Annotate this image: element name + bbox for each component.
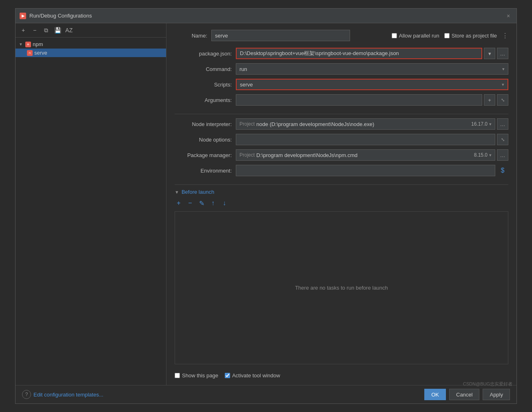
environment-dollar-btn[interactable]: $ [497,165,508,176]
name-label: Name: [175,33,207,39]
tree-item-serve[interactable]: n serve [16,49,166,57]
node-interpreter-prefix: Project [239,121,255,127]
environment-label: Environment: [175,168,232,174]
scripts-dropdown[interactable]: serve ▾ [236,79,508,90]
name-input[interactable] [211,30,350,41]
before-launch-up-btn[interactable]: ↑ [209,199,217,207]
sidebar-toolbar: + − ⧉ 💾 AZ [16,23,166,38]
scripts-row: Scripts: serve ▾ [175,79,508,90]
package-json-input[interactable] [236,48,482,59]
arguments-add-btn[interactable]: + [484,94,495,106]
package-manager-field: Project D:\program development\NodeJs\np… [236,149,495,161]
node-interpreter-browse-btn[interactable]: … [497,118,508,130]
name-row: Name: Allow parallel run Store as projec… [175,30,508,41]
arguments-row: Arguments: + ⤡ [175,94,508,106]
activate-tool-window-checkbox[interactable] [225,373,230,378]
node-options-row: Node options: ⤡ [175,134,508,145]
app-icon: ▶ [20,13,26,19]
node-options-input[interactable] [236,134,495,145]
title-bar: ▶ Run/Debug Configurations × [16,9,516,23]
tree-group-header-npm[interactable]: ▼ n npm [16,40,166,49]
before-launch-add-btn[interactable]: + [175,199,183,207]
content-area: + − ⧉ 💾 AZ ▼ n npm n serve [16,23,516,385]
before-launch-title: Before launch [182,189,214,195]
store-as-project-checkbox[interactable] [444,33,450,38]
node-interpreter-version: 16.17.0 [471,121,488,127]
package-manager-path: D:\program development\NodeJs\npm.cmd [256,152,357,158]
show-page-label: Show this page [182,372,218,379]
run-debug-dialog: ▶ Run/Debug Configurations × + − ⧉ 💾 AZ … [15,8,517,404]
watermark: CSDN@BUG忠实爱好者 [463,381,512,387]
npm-group-icon: n [25,42,31,47]
node-interpreter-label: Node interpreter: [175,121,232,127]
command-label: Command: [175,66,232,72]
package-json-browse-btn[interactable]: … [497,48,508,59]
remove-config-button[interactable]: − [30,26,39,35]
arguments-input[interactable] [236,94,482,106]
store-as-project-label: Store as project file [452,33,497,39]
package-manager-label: Package manager: [175,152,232,158]
scripts-dropdown-arrow: ▾ [502,82,504,87]
copy-config-button[interactable]: ⧉ [42,26,51,35]
package-json-label: package.json: [175,51,232,57]
allow-parallel-label: Allow parallel run [399,33,439,39]
environment-row: Environment: $ [175,165,508,176]
tree-group-label: npm [33,41,43,47]
before-launch-remove-btn[interactable]: − [186,199,194,207]
more-options-button[interactable]: ⋮ [502,32,508,40]
environment-input[interactable] [236,165,495,176]
package-manager-version: 8.15.0 [474,152,488,158]
separator-1 [175,114,508,114]
command-value: run [239,66,247,72]
show-page-checkbox[interactable] [175,373,180,378]
tree-item-label: serve [34,50,47,56]
command-dropdown-arrow: ▾ [502,66,505,72]
tree-arrow-icon: ▼ [19,42,24,47]
sort-config-button[interactable]: AZ [64,26,73,35]
save-config-button[interactable]: 💾 [53,26,62,35]
close-button[interactable]: × [504,12,512,20]
before-launch-area: There are no tasks to run before launch [175,211,508,364]
node-interpreter-path: node (D:\program development\NodeJs\node… [256,121,374,127]
cancel-button[interactable]: Cancel [449,389,479,400]
before-launch-edit-btn[interactable]: ✎ [197,199,206,207]
scripts-value: serve [240,82,253,88]
separator-2 [175,184,508,185]
store-as-project-group: Store as project file [444,33,497,39]
activate-tool-window-label: Activate tool window [232,372,280,379]
before-launch-down-btn[interactable]: ↓ [220,199,228,207]
package-manager-dropdown-arrow: ▾ [489,153,492,158]
main-panel: Name: Allow parallel run Store as projec… [166,23,516,385]
command-dropdown[interactable]: run ▾ [236,63,508,75]
tree-group-npm: ▼ n npm n serve [16,39,166,58]
package-manager-row: Package manager: Project D:\program deve… [175,149,508,161]
before-launch-header: ▼ Before launch [175,189,508,195]
bottom-checkboxes: Show this page Activate tool window [175,372,508,379]
node-version-dropdown-arrow: ▾ [489,122,492,127]
package-json-row: package.json: ▾ … [175,48,508,59]
node-interpreter-row: Node interpreter: Project node (D:\progr… [175,118,508,130]
serve-item-icon: n [27,50,33,56]
package-json-dropdown-btn[interactable]: ▾ [484,48,495,59]
dialog-title: Run/Debug Configurations [29,13,92,19]
sidebar: + − ⧉ 💾 AZ ▼ n npm n serve [16,23,166,385]
activate-tool-window-group: Activate tool window [225,372,280,379]
arguments-expand-btn[interactable]: ⤡ [497,94,508,106]
node-interpreter-field: Project node (D:\program development\Nod… [236,118,495,130]
apply-button[interactable]: Apply [483,389,510,400]
help-button[interactable]: ? [22,390,31,399]
add-config-button[interactable]: + [19,26,28,35]
no-tasks-text: There are no tasks to run before launch [295,285,388,291]
dialog-footer: ? Edit configuration templates... OK Can… [16,385,516,403]
before-launch-toolbar: + − ✎ ↑ ↓ [175,199,508,207]
edit-templates-link[interactable]: Edit configuration templates... [33,392,103,398]
before-launch-arrow[interactable]: ▼ [175,190,179,195]
scripts-label: Scripts: [175,82,232,88]
ok-button[interactable]: OK [424,389,446,400]
package-manager-browse-btn[interactable]: … [497,149,508,161]
allow-parallel-checkbox[interactable] [392,33,397,38]
command-row: Command: run ▾ [175,63,508,75]
package-manager-prefix: Project [239,152,255,158]
show-page-group: Show this page [175,372,218,379]
node-options-expand-btn[interactable]: ⤡ [497,134,508,145]
